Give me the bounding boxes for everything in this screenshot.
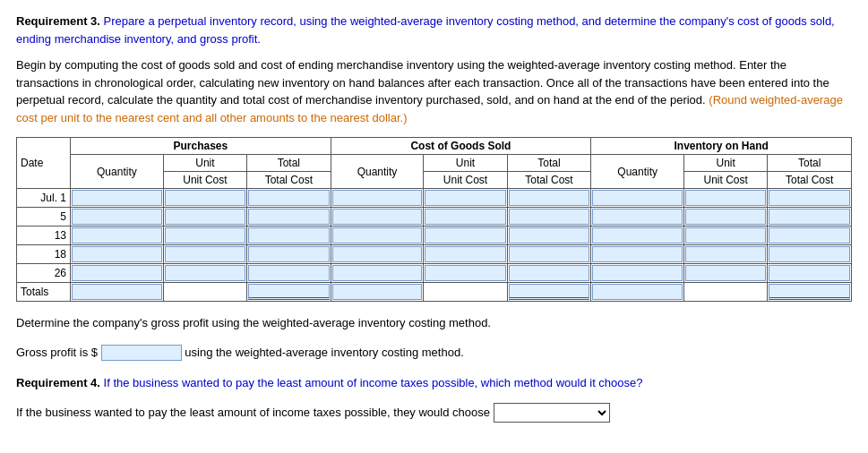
input-inv-total-cost[interactable]	[769, 227, 850, 244]
cell-inv-qty[interactable]	[591, 226, 684, 245]
input-cogs-qty[interactable]	[332, 190, 423, 206]
input-inv-unit-cost[interactable]	[685, 265, 766, 281]
cell-cogs-unit-cost[interactable]	[424, 245, 507, 264]
input-totals-cogs-total[interactable]	[509, 284, 590, 300]
cell-inv-qty[interactable]	[591, 208, 684, 226]
cell-purchases-qty[interactable]	[71, 226, 164, 245]
cell-cogs-total-cost[interactable]	[507, 245, 591, 264]
input-inv-qty[interactable]	[592, 246, 683, 262]
input-totals-cogs-qty[interactable]	[332, 284, 423, 300]
input-purchases-qty[interactable]	[72, 209, 162, 225]
cell-cogs-total-cost[interactable]	[507, 226, 591, 245]
input-purchases-unit-cost[interactable]	[165, 190, 245, 206]
input-purchases-qty[interactable]	[72, 227, 162, 244]
cell-totals-inv-total[interactable]	[768, 283, 852, 302]
cell-purchases-total-cost[interactable]	[247, 208, 331, 226]
input-cogs-qty[interactable]	[332, 265, 423, 281]
input-totals-inv-qty[interactable]	[592, 284, 683, 300]
input-cogs-total-cost[interactable]	[509, 227, 590, 244]
input-totals-purchases-total[interactable]	[248, 284, 330, 300]
input-purchases-unit-cost[interactable]	[165, 227, 245, 244]
input-inv-unit-cost[interactable]	[685, 190, 766, 206]
cell-purchases-qty[interactable]	[71, 264, 164, 283]
cell-cogs-qty[interactable]	[331, 189, 424, 208]
cell-inv-qty[interactable]	[591, 189, 684, 208]
input-purchases-total-cost[interactable]	[248, 265, 330, 281]
cell-purchases-qty[interactable]	[71, 189, 164, 208]
input-totals-inv-total[interactable]	[769, 284, 850, 300]
cell-totals-purchases-qty[interactable]	[71, 283, 164, 302]
input-cogs-unit-cost[interactable]	[425, 246, 505, 262]
cell-cogs-qty[interactable]	[331, 226, 424, 245]
cell-purchases-total-cost[interactable]	[247, 189, 331, 208]
cell-cogs-total-cost[interactable]	[507, 264, 591, 283]
input-inv-qty[interactable]	[592, 190, 683, 206]
input-purchases-total-cost[interactable]	[248, 227, 330, 244]
cell-totals-inv-qty[interactable]	[591, 283, 684, 302]
cell-inv-qty[interactable]	[591, 245, 684, 264]
cell-purchases-unit-cost[interactable]	[163, 208, 246, 226]
input-inv-qty[interactable]	[592, 265, 683, 281]
input-purchases-qty[interactable]	[72, 265, 162, 281]
input-cogs-total-cost[interactable]	[509, 209, 590, 225]
input-purchases-qty[interactable]	[72, 246, 162, 262]
cell-inv-unit-cost[interactable]	[684, 226, 768, 245]
cell-inv-unit-cost[interactable]	[684, 264, 768, 283]
input-totals-purchases-qty[interactable]	[72, 284, 162, 300]
input-inv-unit-cost[interactable]	[685, 209, 766, 225]
gross-profit-input[interactable]	[101, 345, 182, 361]
cell-cogs-qty[interactable]	[331, 208, 424, 226]
cell-cogs-qty[interactable]	[331, 264, 424, 283]
cell-inv-unit-cost[interactable]	[684, 189, 768, 208]
input-inv-total-cost[interactable]	[769, 190, 850, 206]
input-cogs-total-cost[interactable]	[509, 246, 590, 262]
cell-inv-total-cost[interactable]	[768, 189, 852, 208]
input-purchases-unit-cost[interactable]	[165, 265, 245, 281]
input-purchases-unit-cost[interactable]	[165, 209, 245, 225]
cell-purchases-unit-cost[interactable]	[163, 264, 246, 283]
cell-cogs-total-cost[interactable]	[507, 189, 591, 208]
input-cogs-unit-cost[interactable]	[425, 265, 505, 281]
cell-inv-total-cost[interactable]	[768, 264, 852, 283]
cell-purchases-unit-cost[interactable]	[163, 189, 246, 208]
input-purchases-qty[interactable]	[72, 190, 162, 206]
cell-totals-cogs-total[interactable]	[507, 283, 591, 302]
cell-cogs-unit-cost[interactable]	[424, 226, 507, 245]
input-cogs-qty[interactable]	[332, 227, 423, 244]
cell-inv-total-cost[interactable]	[768, 245, 852, 264]
cell-purchases-total-cost[interactable]	[247, 245, 331, 264]
input-purchases-total-cost[interactable]	[248, 190, 330, 206]
cell-inv-total-cost[interactable]	[768, 226, 852, 245]
input-inv-unit-cost[interactable]	[685, 227, 766, 244]
gross-profit-input-wrapper[interactable]	[101, 342, 182, 363]
cell-purchases-unit-cost[interactable]	[163, 245, 246, 264]
cell-purchases-total-cost[interactable]	[247, 264, 331, 283]
input-inv-total-cost[interactable]	[769, 209, 850, 225]
cell-cogs-qty[interactable]	[331, 245, 424, 264]
input-cogs-total-cost[interactable]	[509, 265, 590, 281]
cell-purchases-qty[interactable]	[71, 208, 164, 226]
input-inv-total-cost[interactable]	[769, 265, 850, 281]
cell-cogs-unit-cost[interactable]	[424, 189, 507, 208]
cell-inv-unit-cost[interactable]	[684, 245, 768, 264]
input-inv-qty[interactable]	[592, 209, 683, 225]
input-inv-total-cost[interactable]	[769, 246, 850, 262]
input-purchases-total-cost[interactable]	[248, 209, 330, 225]
input-cogs-qty[interactable]	[332, 246, 423, 262]
input-cogs-unit-cost[interactable]	[425, 209, 505, 225]
cell-cogs-unit-cost[interactable]	[424, 208, 507, 226]
cell-cogs-unit-cost[interactable]	[424, 264, 507, 283]
req4-method-dropdown[interactable]: FIFO LIFO Weighted-average	[494, 403, 610, 423]
cell-inv-total-cost[interactable]	[768, 208, 852, 226]
cell-inv-qty[interactable]	[591, 264, 684, 283]
input-purchases-total-cost[interactable]	[248, 246, 330, 262]
cell-cogs-total-cost[interactable]	[507, 208, 591, 226]
input-purchases-unit-cost[interactable]	[165, 246, 245, 262]
cell-purchases-qty[interactable]	[71, 245, 164, 264]
cell-inv-unit-cost[interactable]	[684, 208, 768, 226]
input-cogs-unit-cost[interactable]	[425, 190, 505, 206]
cell-totals-purchases-total[interactable]	[247, 283, 331, 302]
cell-purchases-total-cost[interactable]	[247, 226, 331, 245]
input-cogs-unit-cost[interactable]	[425, 227, 505, 244]
input-cogs-qty[interactable]	[332, 209, 423, 225]
